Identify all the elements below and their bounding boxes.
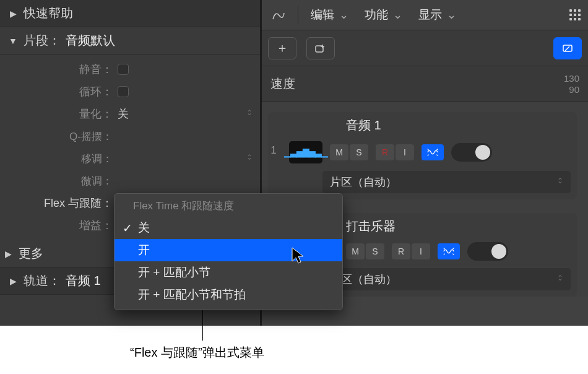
dropdown-caret-icon <box>557 274 563 284</box>
input-monitor-button[interactable]: I <box>396 144 414 160</box>
popup-item-on-bars[interactable]: 开 + 匹配小节 <box>115 261 342 284</box>
region-mode-select[interactable]: 片区（自动） <box>322 171 571 193</box>
quantize-label: 量化： <box>0 107 118 121</box>
mute-solo-group: M S <box>330 144 368 160</box>
track-icon[interactable]: ▁▃▅▇▅▃▁ <box>289 141 322 163</box>
more-label: 更多 <box>19 245 43 262</box>
track-toggle[interactable] <box>467 242 508 261</box>
record-input-group: R I <box>392 243 430 259</box>
mute-checkbox[interactable] <box>118 64 129 75</box>
mute-label: 静音： <box>0 62 118 77</box>
transpose-label: 移调： <box>0 152 118 166</box>
view-menu[interactable]: 显示 <box>415 4 460 25</box>
popup-item-label: 开 <box>138 242 150 258</box>
gain-label: 增益： <box>0 218 118 233</box>
catch-playhead-button[interactable] <box>553 37 582 59</box>
mute-solo-group: M S <box>346 243 384 259</box>
disclosure-triangle-icon[interactable] <box>7 276 19 286</box>
toolbar-secondary: ＋ <box>262 30 588 66</box>
disclosure-triangle-icon[interactable] <box>2 249 14 259</box>
flexfollow-label: Flex 与跟随： <box>0 196 118 211</box>
record-enable-button[interactable]: R <box>392 243 410 259</box>
input-monitor-button[interactable]: I <box>412 243 430 259</box>
tempo-min: 90 <box>564 84 579 95</box>
flex-follow-popup[interactable]: Flex Time 和跟随速度 关 开 开 + 匹配小节 开 + 匹配小节和节拍 <box>114 193 343 310</box>
edit-menu[interactable]: 编辑 <box>307 4 352 25</box>
check-icon <box>122 221 133 235</box>
edit-menu-label: 编辑 <box>311 7 334 23</box>
region-header-label: 片段： <box>24 32 61 49</box>
popup-item-label: 开 + 匹配小节 <box>138 264 210 280</box>
mute-button[interactable]: M <box>330 144 348 160</box>
popup-item-on[interactable]: 开 <box>115 239 342 261</box>
track-name[interactable]: 打击乐器 <box>346 218 396 235</box>
grid-menu-icon[interactable] <box>569 2 582 27</box>
tempo-max: 130 <box>564 73 579 84</box>
tempo-row[interactable]: 速度 130 90 <box>262 66 588 102</box>
region-mode-label: 片区（自动） <box>330 175 397 189</box>
quick-help-header[interactable]: 快速帮助 <box>0 0 260 27</box>
disclosure-triangle-icon[interactable] <box>7 36 19 46</box>
region-mode-select[interactable]: 片区（自动） <box>322 268 571 290</box>
region-header-value: 音频默认 <box>66 32 115 49</box>
caption-area <box>0 326 588 374</box>
finetune-label: 微调： <box>0 174 118 188</box>
popup-item-on-bars-beats[interactable]: 开 + 匹配小节和节拍 <box>115 284 342 306</box>
track-header-label: 轨道： <box>24 272 61 289</box>
tempo-values: 130 90 <box>564 73 579 95</box>
loop-label: 循环： <box>0 84 118 99</box>
quick-help-label: 快速帮助 <box>24 5 73 22</box>
solo-button[interactable]: S <box>350 144 368 160</box>
toolbar: 编辑 功能 显示 <box>262 0 588 30</box>
track-toggle[interactable] <box>451 143 492 162</box>
record-input-group: R I <box>376 144 414 160</box>
callout-text: “Flex 与跟随”弹出式菜单 <box>130 344 264 361</box>
record-enable-button[interactable]: R <box>376 144 394 160</box>
solo-button[interactable]: S <box>366 243 384 259</box>
view-menu-label: 显示 <box>418 7 442 23</box>
loop-checkbox[interactable] <box>118 86 129 97</box>
popup-item-off[interactable]: 关 <box>115 217 342 239</box>
dropdown-caret-icon <box>557 177 563 187</box>
add-track-button[interactable]: ＋ <box>268 37 296 59</box>
track-row[interactable]: 1 音频 1 ▁▃▅▇▅▃▁ M S R I <box>268 112 577 199</box>
quantize-value-text: 关 <box>118 107 129 121</box>
track-name[interactable]: 音频 1 <box>346 117 381 134</box>
tool-curve-button[interactable] <box>268 7 289 23</box>
region-header[interactable]: 片段： 音频默认 <box>0 27 260 54</box>
popup-item-label: 关 <box>138 220 150 236</box>
mute-button[interactable]: M <box>346 243 365 259</box>
disclosure-triangle-icon[interactable] <box>7 9 19 19</box>
track-header-value: 音频 1 <box>66 272 101 289</box>
tempo-label: 速度 <box>270 76 564 92</box>
qswing-label: Q-摇摆： <box>0 129 118 144</box>
popup-title: Flex Time 和跟随速度 <box>115 195 342 217</box>
flex-button[interactable] <box>422 144 444 160</box>
functions-menu[interactable]: 功能 <box>361 4 406 25</box>
dropdown-caret-icon <box>246 154 253 163</box>
dropdown-caret-icon <box>246 109 253 119</box>
transpose-value[interactable] <box>118 154 260 163</box>
duplicate-track-button[interactable] <box>306 37 335 59</box>
functions-menu-label: 功能 <box>365 7 388 23</box>
track-number: 1 <box>267 144 280 157</box>
quantize-value[interactable]: 关 <box>118 107 260 121</box>
flex-button[interactable] <box>438 243 460 259</box>
waveform-icon: ▁▃▅▇▅▃▁ <box>284 147 327 157</box>
popup-item-label: 开 + 匹配小节和节拍 <box>138 287 246 303</box>
